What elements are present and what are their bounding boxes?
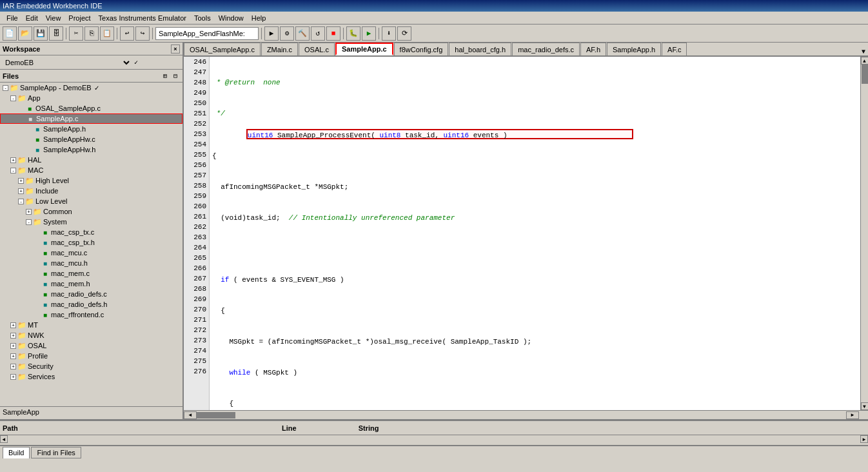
save-button[interactable]: 💾 [34,26,48,41]
tree-item-mac-mem-h[interactable]: ■ mac_mem.h [0,279,182,289]
h-scroll-track[interactable] [197,412,846,418]
tree-item-mac-mem-c[interactable]: ■ mac_mem.c [0,268,182,279]
tree-toggle-services[interactable]: + [10,374,16,380]
tree-item-mt[interactable]: + 📁 MT [0,320,182,330]
scroll-left-btn[interactable]: ◄ [184,411,197,419]
tree-item-sampleapp-h[interactable]: ■ SampleApp.h [0,124,182,134]
tree-item-mac-mcu-h[interactable]: ■ mac_mcu.h [0,258,182,268]
tree-item-include[interactable]: + 📁 Include [0,186,182,196]
build-button[interactable]: ▶ [264,26,279,41]
menu-window[interactable]: Window [215,13,248,23]
tree-toggle-app[interactable]: - [10,95,16,101]
tree-toggle-security[interactable]: + [10,364,16,369]
tree-item-services[interactable]: + 📁 Services [0,371,182,382]
tree-toggle-system[interactable]: - [26,219,32,225]
tab-af-h[interactable]: AF.h [580,43,606,55]
menu-ti-emulator[interactable]: Texas Instruments Emulator [95,13,190,23]
files-icon1[interactable]: ⊞ [161,72,170,81]
scrollbar-down-button[interactable]: ▼ [861,402,869,410]
tree-toggle-osal[interactable]: + [10,343,16,349]
workspace-close-button[interactable]: × [171,44,180,54]
debug-button[interactable]: 🐛 [346,26,360,41]
tree-toggle-profile[interactable]: + [10,353,16,359]
tab-dropdown-button[interactable]: ▼ [859,48,868,55]
paste-button[interactable]: 📋 [100,26,114,41]
tree-item-security[interactable]: + 📁 Security [0,361,182,371]
tree-toggle-common[interactable]: + [26,209,32,215]
tree-item-sampleapphw-c[interactable]: ■ SampleAppHw.c [0,134,182,144]
project-dropdown[interactable]: DemoEB [3,58,132,67]
tree-item-high-level[interactable]: + 📁 High Level [0,175,182,186]
scroll-right-btn[interactable]: ► [846,411,859,419]
tree-item-sampleapphw-h[interactable]: ■ SampleAppHw.h [0,144,182,155]
make-button[interactable]: 🔨 [295,26,310,41]
tree-item-mac-rffrontend-c[interactable]: ■ mac_rffrontend.c [0,310,182,320]
tree-item-mac[interactable]: - 📁 MAC [0,165,182,175]
tree-toggle-nwk[interactable]: + [10,333,16,339]
tab-osal-c[interactable]: OSAL.c [299,43,335,55]
scrollbar-up-button[interactable]: ▲ [861,57,869,64]
tree-item-low-level[interactable]: - 📁 Low Level [0,196,182,206]
tree-toggle-hal[interactable]: + [10,157,16,163]
tree-item-hal[interactable]: + 📁 HAL [0,155,182,165]
tab-hal-board[interactable]: hal_board_cfg.h [449,43,511,55]
menu-view[interactable]: View [42,13,65,23]
tree-item-mac-radio-defs-h[interactable]: ■ mac_radio_defs.h [0,299,182,310]
code-content[interactable]: * @return none */ uint16 SampleApp_Proce… [210,57,860,410]
code-editor[interactable]: 246 247 248 249 250 251 252 253 254 255 … [184,57,868,410]
tab-sampleapp[interactable]: SampleApp.c [335,43,393,55]
tree-item-system[interactable]: - 📁 System [0,217,182,227]
path-scroll-right[interactable]: ► [860,435,868,443]
tree-item-sampleapp-root[interactable]: - 📁 SampleApp - DemoEB ✓ [0,83,182,93]
tree-item-nwk[interactable]: + 📁 NWK [0,330,182,340]
save-all-button[interactable]: 🗄 [49,26,63,41]
open-button[interactable]: 📂 [18,26,32,41]
menu-file[interactable]: File [3,13,22,23]
status-tab-build[interactable]: Build [3,447,30,458]
menu-project[interactable]: Project [64,13,94,23]
tree-item-mac-csp-tx-c[interactable]: ■ mac_csp_tx.c [0,227,182,237]
status-tab-find-in-files[interactable]: Find in Files [31,447,81,458]
vertical-scrollbar[interactable]: ▲ ▼ [860,57,868,410]
undo-button[interactable]: ↩ [120,26,134,41]
tree-item-common[interactable]: + 📁 Common [0,206,182,217]
tab-mac-radio[interactable]: mac_radio_defs.c [512,43,580,55]
tree-toggle-high-level[interactable]: + [18,178,24,184]
scrollbar-track[interactable] [861,64,868,402]
tree-item-app[interactable]: - 📁 App [0,93,182,103]
tab-f8wconfig[interactable]: f8wConfig.cfg [394,43,449,55]
path-scroll-left[interactable]: ◄ [0,435,8,443]
tab-af-c[interactable]: AF.c [662,43,687,55]
tree-item-mac-radio-defs-c[interactable]: ■ mac_radio_defs.c [0,289,182,299]
menu-help[interactable]: Help [248,13,270,23]
stop-button[interactable]: ■ [326,26,340,41]
files-icon2[interactable]: ⊟ [171,72,180,81]
new-button[interactable]: 📄 [3,26,17,41]
tab-sampleapp-h[interactable]: SampleApp.h [607,43,661,55]
compile-button[interactable]: ⚙ [280,26,294,41]
copy-button[interactable]: ⎘ [84,26,99,41]
redo-button[interactable]: ↪ [135,26,150,41]
cut-button[interactable]: ✂ [69,26,83,41]
tree-item-osal-folder[interactable]: + 📁 OSAL [0,340,182,351]
tree-item-mac-mcu-c[interactable]: ■ mac_mcu.c [0,248,182,258]
tree-toggle-mt[interactable]: + [10,322,16,328]
target-dropdown[interactable]: SampleApp_SendFlashMe: [155,27,259,40]
scrollbar-thumb[interactable] [862,64,868,84]
tree-item-osal-sampleapp[interactable]: ■ OSAL_SampleApp.c [0,103,182,113]
tree-toggle-include[interactable]: + [18,188,24,194]
h-scroll-thumb[interactable] [197,412,235,418]
download-button[interactable]: ⬇ [382,26,396,41]
tree-item-mac-csp-tx-h[interactable]: ■ mac_csp_tx.h [0,237,182,248]
tree-item-profile[interactable]: + 📁 Profile [0,351,182,361]
tree-toggle-mac[interactable]: - [10,168,16,173]
run-button[interactable]: ▶ [362,26,376,41]
tree-toggle-root[interactable]: - [3,85,8,91]
tree-toggle-low-level[interactable]: - [18,199,24,204]
menu-edit[interactable]: Edit [22,13,42,23]
tab-osal-sampleapp[interactable]: OSAL_SampleApp.c [184,43,261,55]
reset-button[interactable]: ⟳ [397,26,411,41]
rebuild-button[interactable]: ↺ [311,26,325,41]
tree-item-sampleapp-c[interactable]: ■ SampleApp.c [0,113,182,124]
tab-zmain[interactable]: ZMain.c [261,43,298,55]
